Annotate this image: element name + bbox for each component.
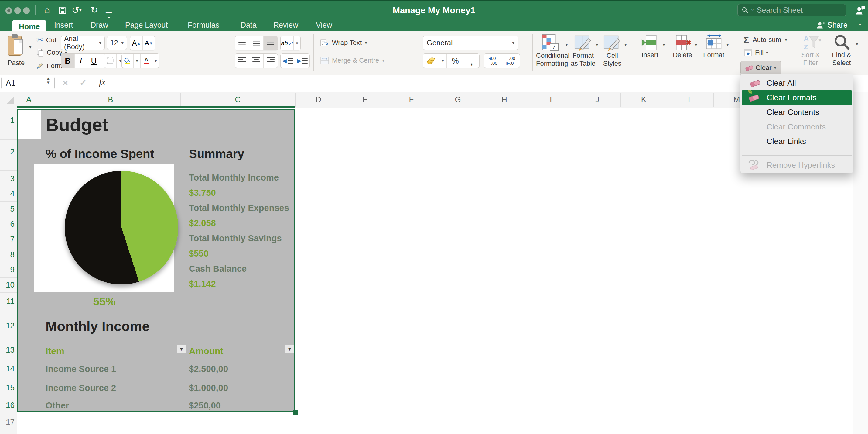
align-middle-button[interactable] [249, 36, 263, 50]
currency-dropdown-arrow[interactable]: ▾ [439, 54, 446, 68]
decrease-indent-button[interactable]: ◀ [281, 54, 295, 68]
row-header-5[interactable]: 5 [0, 204, 14, 214]
function-fx-icon[interactable]: fx [99, 77, 105, 87]
align-left-button[interactable] [235, 54, 249, 68]
sort-filter-button[interactable]: AZ▾ Sort &Filter [797, 34, 824, 67]
align-center-button[interactable] [249, 54, 263, 68]
font-color-icon[interactable]: A [140, 54, 152, 68]
row-header-17[interactable]: 17 [0, 417, 14, 427]
row-header-7[interactable]: 7 [0, 235, 14, 244]
comma-style-button[interactable]: , [464, 54, 479, 68]
column-header-D[interactable]: D [295, 95, 342, 104]
column-header-J[interactable]: J [574, 95, 620, 104]
fill-color-icon[interactable] [122, 54, 133, 68]
search-scope-chevron-icon[interactable]: ˅ [751, 8, 754, 13]
italic-button[interactable]: I [74, 54, 87, 68]
align-bottom-button[interactable] [263, 36, 278, 50]
account-person-icon[interactable] [855, 5, 866, 16]
increase-decimal-button[interactable]: ◀.0 .00 [484, 54, 502, 68]
menu-item-clear-formats[interactable]: % Clear Formats [742, 90, 852, 105]
font-name-select[interactable]: Arial (Body) ▾ [61, 36, 105, 50]
row-header-6[interactable]: 6 [0, 220, 14, 229]
tab-draw[interactable]: Draw [91, 21, 108, 29]
column-header-E[interactable]: E [342, 95, 388, 104]
column-header-F[interactable]: F [388, 95, 435, 104]
find-select-button[interactable]: Find &Select [828, 34, 855, 67]
clear-button[interactable]: Clear ▾ [740, 61, 781, 75]
search-sheet-field[interactable]: ˅ Search Sheet [737, 4, 846, 16]
row-header-15[interactable]: 15 [0, 383, 14, 393]
fill-handle[interactable] [293, 410, 298, 415]
column-header-H[interactable]: H [481, 95, 528, 104]
decrease-font-button[interactable]: A▼ [143, 36, 155, 50]
format-cells-dropdown-arrow[interactable]: ▾ [726, 42, 729, 48]
column-header-C[interactable]: C [180, 95, 295, 104]
wrap-text-button[interactable]: Wrap Text ▾ [320, 39, 367, 47]
merge-centre-button[interactable]: Merge & Centre ▾ [320, 57, 384, 64]
orientation-dropdown-arrow[interactable]: ▾ [293, 36, 300, 50]
increase-indent-button[interactable]: ▶ [295, 54, 309, 68]
align-right-button[interactable] [263, 54, 278, 68]
menu-item-clear-links[interactable]: Clear Links [742, 134, 852, 149]
bold-button[interactable]: B [61, 54, 74, 68]
conditional-formatting-button[interactable]: ≠ ConditionalFormatting [536, 34, 565, 67]
borders-icon[interactable] [104, 54, 116, 68]
tab-page-layout[interactable]: Page Layout [125, 21, 168, 29]
cell-styles-dropdown-arrow[interactable]: ▾ [624, 42, 627, 48]
column-header-K[interactable]: K [620, 95, 667, 104]
column-header-L[interactable]: L [667, 95, 713, 104]
number-format-select[interactable]: General ▾ [423, 36, 519, 50]
cell-styles-button[interactable]: CellStyles [601, 34, 624, 67]
tab-formulas[interactable]: Formulas [188, 21, 219, 29]
fill-color-dropdown-arrow[interactable]: ▾ [133, 54, 140, 68]
insert-dropdown-arrow[interactable]: ▾ [663, 42, 665, 48]
menu-item-clear-all[interactable]: Clear All [742, 76, 852, 90]
align-top-button[interactable] [235, 36, 249, 50]
increase-font-button[interactable]: A▲ [130, 36, 143, 50]
row-header-14[interactable]: 14 [0, 364, 14, 374]
row-header-10[interactable]: 10 [0, 280, 14, 290]
row-header-9[interactable]: 9 [0, 265, 14, 274]
insert-cells-button[interactable]: Insert [639, 34, 660, 59]
row-header-8[interactable]: 8 [0, 250, 14, 259]
cut-button[interactable]: ✂ Cut [36, 35, 57, 45]
row-header-3[interactable]: 3 [0, 174, 14, 183]
tab-data[interactable]: Data [241, 21, 257, 29]
row-header-12[interactable]: 12 [0, 321, 14, 330]
select-all-corner[interactable] [5, 96, 14, 105]
row-header-2[interactable]: 2 [0, 147, 14, 156]
format-as-table-button[interactable]: Formatas Table [570, 34, 596, 67]
column-header-A[interactable]: A [17, 95, 41, 104]
paste-dropdown-arrow[interactable]: ▾ [29, 45, 32, 50]
find-select-dropdown-arrow[interactable]: ▾ [856, 41, 858, 47]
tab-review[interactable]: Review [273, 21, 298, 29]
confirm-entry-icon[interactable]: ✓ [80, 78, 87, 88]
font-size-select[interactable]: 12 ▾ [107, 36, 127, 50]
paste-button[interactable]: Paste [7, 33, 26, 67]
underline-button[interactable]: U [87, 54, 100, 68]
row-header-1[interactable]: 1 [0, 115, 14, 125]
delete-cells-button[interactable]: Delete [671, 34, 694, 59]
column-header-G[interactable]: G [435, 95, 481, 104]
worksheet-grid[interactable]: Budget % of Income Spent Summary 55% Tot… [17, 108, 853, 434]
row-header-13[interactable]: 13 [0, 345, 14, 355]
font-color-dropdown-arrow[interactable]: ▾ [152, 54, 159, 68]
name-box-stepper[interactable]: ▲▼ [46, 76, 50, 85]
tab-view[interactable]: View [316, 21, 332, 29]
share-button[interactable]: Share [816, 21, 848, 29]
text-orientation-icon[interactable]: ab↗ [281, 36, 293, 50]
column-header-B[interactable]: B [41, 95, 180, 104]
vertical-scrollbar[interactable] [853, 92, 868, 434]
autosum-button[interactable]: Σ Auto-sum ▾ [743, 35, 787, 45]
conditional-formatting-dropdown-arrow[interactable]: ▾ [565, 42, 568, 48]
percent-style-button[interactable]: % [446, 54, 464, 68]
fill-button[interactable]: Fill ▾ [744, 49, 768, 57]
format-as-table-dropdown-arrow[interactable]: ▾ [596, 42, 598, 48]
format-cells-button[interactable]: Format [702, 34, 726, 59]
row-header-4[interactable]: 4 [0, 189, 14, 199]
menu-item-clear-contents[interactable]: Clear Contents [742, 105, 852, 119]
row-header-11[interactable]: 11 [0, 297, 14, 306]
delete-dropdown-arrow[interactable]: ▾ [695, 42, 697, 48]
collapse-ribbon-chevron-icon[interactable]: ⌃ [857, 23, 863, 30]
cancel-entry-icon[interactable]: × [63, 78, 68, 88]
